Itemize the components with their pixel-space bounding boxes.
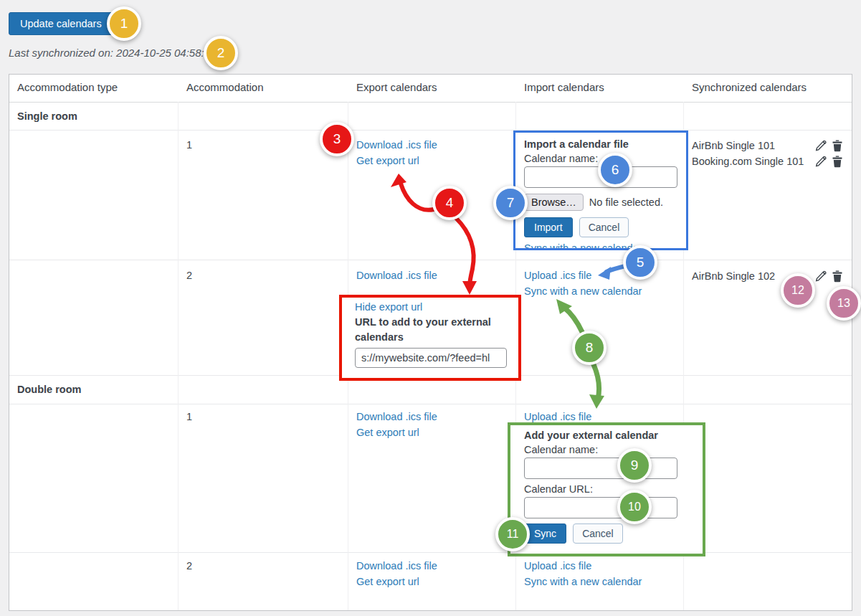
synced-calendar-row: AirBnb Single 101 (692, 139, 844, 152)
header-accommodation: Accommodation (186, 80, 264, 94)
accommodation-number: 1 (186, 138, 192, 152)
synced-calendar-name: AirBnb Single 101 (692, 140, 775, 151)
column-divider (178, 102, 179, 610)
annotation-badge-13: 13 (827, 286, 861, 321)
file-status-text: No file selected. (589, 196, 663, 208)
sync-with-new-calendar-link[interactable]: Sync with a new calendar (524, 575, 642, 589)
hide-export-url-link[interactable]: Hide export url (355, 301, 422, 313)
export-url-label: URL to add to your external calendars (355, 315, 502, 345)
accommodation-number: 2 (186, 559, 192, 573)
divider (9, 552, 852, 553)
header-import-calendars: Import calendars (524, 80, 604, 94)
update-calendars-button[interactable]: Update calendars (9, 12, 113, 35)
header-synchronized-calendars: Synchronized calendars (692, 80, 807, 94)
calendar-name-label: Calendar name: (524, 444, 691, 455)
section-double-room: Double room (17, 383, 81, 397)
divider (9, 102, 852, 103)
header-accommodation-type: Accommodation type (17, 80, 118, 94)
annotation-badge-11: 11 (495, 517, 530, 551)
upload-ics-link[interactable]: Upload .ics file (524, 559, 591, 573)
import-form-title: Import a calendar file (524, 138, 677, 150)
download-ics-link[interactable]: Download .ics file (356, 559, 437, 573)
import-button[interactable]: Import (524, 217, 573, 237)
annotation-badge-10: 10 (617, 490, 652, 524)
download-ics-link[interactable]: Download .ics file (356, 269, 437, 283)
get-export-url-link[interactable]: Get export url (356, 575, 419, 589)
annotation-badge-6: 6 (598, 153, 632, 187)
get-export-url-link[interactable]: Get export url (356, 426, 419, 440)
annotation-badge-12: 12 (781, 273, 815, 308)
annotation-badge-4: 4 (432, 186, 467, 220)
edit-icon[interactable] (814, 139, 827, 152)
annotation-badge-1: 1 (107, 6, 141, 41)
annotation-badge-8: 8 (572, 331, 606, 365)
sync-with-new-calendar-link[interactable]: Sync with a new calendar (524, 285, 642, 298)
external-calendar-name-input[interactable] (524, 458, 677, 479)
upload-ics-link[interactable]: Upload .ics file (524, 269, 591, 283)
browse-button[interactable]: Browse… (524, 194, 584, 211)
synced-calendar-name: Booking.com Single 101 (692, 156, 804, 167)
sync-with-new-calendar-link[interactable]: Sync with a new calendar (524, 242, 677, 250)
annotation-badge-3: 3 (320, 122, 354, 156)
calendar-url-label: Calendar URL: (524, 483, 691, 495)
annotation-badge-2: 2 (204, 36, 238, 70)
last-synchronized-text: Last synchronized on: 2024-10-25 04:58:0… (9, 47, 216, 59)
divider (9, 130, 852, 131)
accommodation-number: 2 (186, 269, 192, 283)
sync-button[interactable]: Sync (524, 523, 566, 544)
divider (9, 260, 852, 260)
delete-icon[interactable] (831, 155, 844, 168)
annotation-badge-7: 7 (493, 186, 528, 220)
calendar-sync-page: Update calendars Last synchronized on: 2… (0, 0, 861, 616)
synced-calendar-name: AirBnb Single 102 (692, 270, 775, 282)
header-export-calendars: Export calendars (356, 80, 437, 94)
accommodation-number: 1 (186, 410, 192, 424)
external-form-title: Add your external calendar (524, 430, 691, 441)
external-calendar-url-input[interactable] (524, 497, 677, 518)
delete-icon[interactable] (831, 270, 844, 283)
download-ics-link[interactable]: Download .ics file (356, 410, 437, 424)
edit-icon[interactable] (814, 270, 827, 283)
annotation-badge-9: 9 (617, 448, 652, 483)
export-url-input[interactable] (355, 348, 507, 368)
import-calendar-form: Import a calendar file Calendar name: Br… (513, 131, 688, 250)
synced-calendar-row: Booking.com Single 101 (692, 155, 844, 168)
cancel-import-button[interactable]: Cancel (579, 217, 629, 237)
download-ics-link[interactable]: Download .ics file (356, 138, 437, 152)
delete-icon[interactable] (831, 139, 844, 152)
annotation-badge-5: 5 (623, 245, 657, 280)
synced-calendar-row: AirBnb Single 102 (692, 270, 844, 283)
section-single-room: Single room (17, 110, 77, 123)
export-url-panel: Hide export url URL to add to your exter… (339, 295, 521, 381)
divider (9, 404, 852, 404)
external-calendar-form: Add your external calendar Calendar name… (508, 422, 705, 556)
cancel-sync-button[interactable]: Cancel (573, 523, 623, 544)
get-export-url-link[interactable]: Get export url (356, 154, 419, 168)
edit-icon[interactable] (814, 155, 827, 168)
